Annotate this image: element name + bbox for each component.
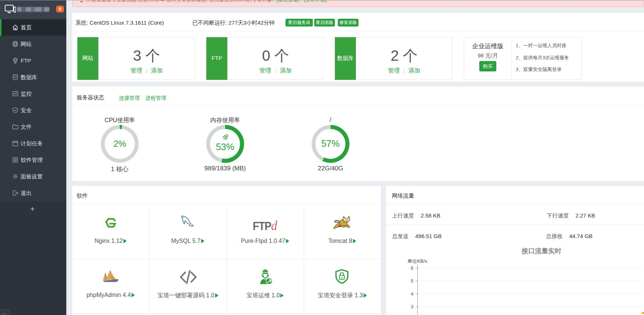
svg-text:2%: 2% (113, 139, 126, 149)
svg-text:57%: 57% (321, 138, 340, 149)
svg-text:53%: 53% (216, 142, 234, 152)
